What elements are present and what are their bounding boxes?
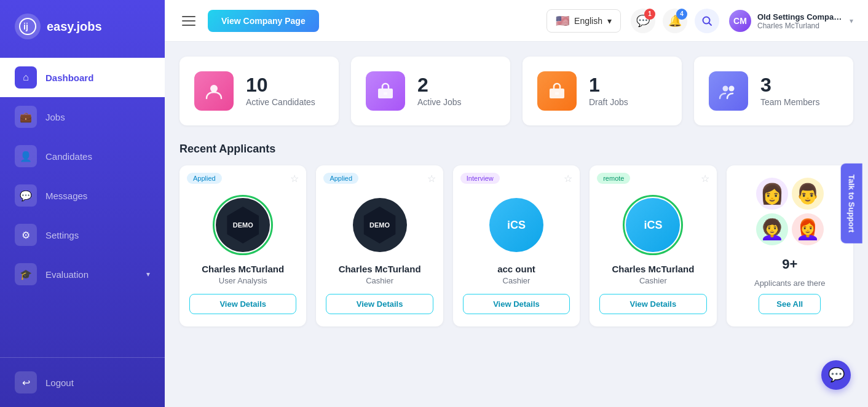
stat-card-team-members: 3 Team Members: [694, 57, 853, 125]
active-jobs-icon: [366, 71, 405, 111]
logout-icon: ↩: [15, 371, 37, 393]
mini-avatar-4: 👩‍🦰: [792, 213, 824, 245]
stat-card-draft-jobs: 1 Draft Jobs: [523, 57, 682, 125]
see-all-button[interactable]: See All: [759, 294, 821, 314]
logo-text: easy.jobs: [47, 20, 102, 34]
view-company-button[interactable]: View Company Page: [208, 10, 319, 32]
applicant-card-3: Interview ☆ iCS acc ount Cashier View De…: [453, 165, 580, 326]
stat-label: Draft Jobs: [589, 97, 628, 107]
avatar: CM: [729, 10, 751, 32]
demo-avatar-2: DEMO: [353, 198, 407, 252]
mini-avatar-1: 👩: [756, 178, 788, 210]
user-dropdown-icon: ▾: [850, 17, 853, 25]
applicant-card-2: Applied ☆ DEMO Charles McTurland Cashier…: [316, 165, 443, 326]
menu-toggle-button[interactable]: [180, 14, 198, 28]
plus-count: 9+: [782, 256, 797, 272]
applicant-card-1: Applied ☆ DEMO Charles McTurland User An…: [180, 165, 306, 326]
sidebar-item-dashboard-label: Dashboard: [45, 73, 93, 83]
sidebar-item-candidates[interactable]: 👤 Candidates: [0, 136, 165, 176]
demo-label-2: DEMO: [369, 221, 390, 229]
stat-label: Active Candidates: [246, 97, 315, 107]
svg-text:ij: ij: [23, 22, 28, 31]
hamburger-line-1: [182, 16, 195, 17]
page-body: 10 Active Candidates 2 Active Jobs: [165, 42, 868, 407]
ics-label: iCS: [507, 219, 526, 232]
logout-button[interactable]: ↩ Logout: [15, 366, 150, 398]
sidebar-bottom: ↩ Logout: [0, 357, 165, 407]
hamburger-line-2: [182, 20, 195, 22]
language-selector[interactable]: 🇺🇸 English ▾: [546, 9, 621, 33]
status-badge: remote: [597, 173, 630, 184]
sidebar-item-jobs-label: Jobs: [45, 112, 65, 122]
notification-button[interactable]: 🔔 4: [663, 9, 687, 33]
sidebar-item-settings[interactable]: ⚙ Settings: [0, 215, 165, 255]
language-label: English: [574, 16, 602, 26]
avatar-wrapper: DEMO: [213, 195, 273, 255]
stat-card-active-jobs: 2 Active Jobs: [351, 57, 510, 125]
avatar-wrapper: iCS: [486, 195, 546, 255]
settings-icon: ⚙: [15, 224, 37, 246]
ics-avatar: iCS: [489, 198, 543, 252]
evaluation-icon: 🎓: [15, 263, 37, 285]
chat-button[interactable]: 💬 1: [631, 9, 655, 33]
header-icons: 💬 1 🔔 4: [631, 9, 719, 33]
status-badge: Applied: [323, 173, 358, 184]
star-button[interactable]: ☆: [290, 173, 299, 184]
user-text: Old Settings Company... ✓ Charles McTurl…: [757, 12, 843, 30]
avatar-wrapper: DEMO: [350, 195, 410, 255]
svg-rect-8: [555, 92, 559, 95]
candidates-icon: 👤: [15, 145, 37, 167]
view-details-button[interactable]: View Details: [189, 294, 296, 314]
applicant-role: Cashier: [503, 276, 531, 285]
applicant-role: Cashier: [366, 276, 393, 285]
hex-logo-2: DEMO: [361, 207, 398, 243]
star-button[interactable]: ☆: [701, 173, 709, 184]
avatar-ring-green-2: [623, 195, 683, 255]
view-details-button[interactable]: View Details: [326, 294, 433, 314]
applicant-name: Charles McTurland: [612, 264, 694, 274]
header: View Company Page 🇺🇸 English ▾ 💬 1 🔔 4: [165, 0, 868, 42]
svg-point-9: [723, 86, 728, 92]
sidebar-item-dashboard[interactable]: ⌂ Dashboard: [0, 58, 165, 97]
mini-avatar-3: 👩‍🦱: [756, 213, 788, 245]
sidebar: ij easy.jobs ⌂ Dashboard 💼 Jobs 👤 Candid…: [0, 0, 165, 407]
sidebar-item-jobs[interactable]: 💼 Jobs: [0, 97, 165, 136]
star-button[interactable]: ☆: [564, 173, 572, 184]
logo[interactable]: ij easy.jobs: [0, 0, 165, 53]
applicant-role: Cashier: [639, 276, 667, 285]
support-tab[interactable]: Talk to Support: [840, 164, 862, 243]
recent-applicants-title: Recent Applicants: [180, 143, 853, 156]
sidebar-item-candidates-label: Candidates: [45, 151, 92, 162]
stat-value: 10: [246, 75, 315, 95]
applicant-card-4: remote ☆ iCS Charles McTurland Cashier V…: [590, 165, 716, 326]
logo-icon: ij: [15, 14, 41, 39]
messages-icon: 💬: [15, 184, 37, 207]
applicant-name: acc ount: [497, 264, 535, 274]
chat-bubble-button[interactable]: 💬: [821, 360, 851, 390]
avatar-wrapper: iCS: [623, 195, 683, 255]
applicants-grid: Applied ☆ DEMO Charles McTurland User An…: [180, 165, 853, 326]
dashboard-icon: ⌂: [15, 66, 37, 89]
svg-point-10: [729, 86, 735, 92]
stat-info: 3 Team Members: [760, 75, 819, 107]
stat-info: 1 Draft Jobs: [589, 75, 628, 107]
sidebar-navigation: ⌂ Dashboard 💼 Jobs 👤 Candidates 💬 Messag…: [0, 53, 165, 357]
sidebar-item-evaluation[interactable]: 🎓 Evaluation ▾: [0, 255, 165, 294]
mini-avatar-2: 👨: [792, 178, 824, 210]
team-members-icon: [709, 71, 748, 111]
user-name: Charles McTurland: [757, 22, 843, 30]
sidebar-item-messages[interactable]: 💬 Messages: [0, 176, 165, 215]
notification-badge: 4: [676, 9, 687, 20]
stat-label: Active Jobs: [417, 97, 462, 107]
chat-badge: 1: [644, 9, 655, 20]
view-details-button[interactable]: View Details: [599, 294, 706, 314]
svg-line-3: [709, 23, 712, 25]
stats-grid: 10 Active Candidates 2 Active Jobs: [180, 57, 853, 125]
status-badge: Interview: [460, 173, 500, 184]
search-button[interactable]: [695, 9, 719, 33]
view-details-button[interactable]: View Details: [463, 294, 570, 314]
user-info[interactable]: CM Old Settings Company... ✓ Charles McT…: [729, 10, 853, 32]
stat-value: 2: [417, 75, 462, 95]
star-button[interactable]: ☆: [427, 173, 436, 184]
main-content: View Company Page 🇺🇸 English ▾ 💬 1 🔔 4: [165, 0, 868, 407]
